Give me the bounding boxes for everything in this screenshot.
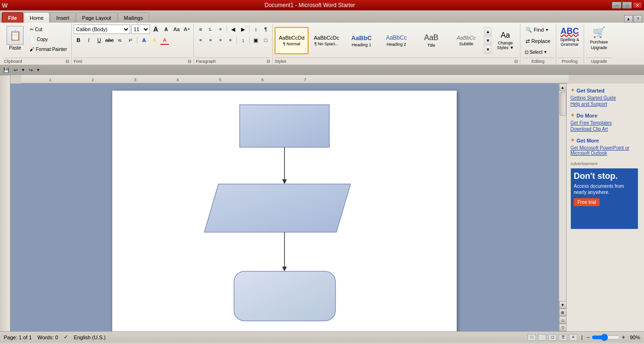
styles-scroll-down[interactable]: ▼: [484, 36, 492, 45]
view-full-screen[interactable]: ⬜: [538, 334, 546, 341]
style-heading1[interactable]: AaBbC Heading 1: [344, 27, 378, 54]
view-web-layout[interactable]: ◻: [548, 334, 557, 341]
scroll-up-button[interactable]: ▲: [559, 84, 567, 91]
help-button[interactable]: ?: [634, 15, 642, 23]
flowchart[interactable]: [122, 100, 447, 331]
multilevel-button[interactable]: ≡: [216, 25, 225, 34]
styles-expand-icon[interactable]: ⊟: [514, 59, 518, 64]
select-button[interactable]: ⊡ Select ▼: [522, 47, 550, 57]
font-color-button[interactable]: A: [160, 35, 169, 45]
paste-button[interactable]: 📋 Paste: [4, 25, 26, 53]
font-grow-button[interactable]: A: [151, 25, 160, 34]
do-more-title[interactable]: ✦ Do More: [570, 112, 640, 118]
spell-check-icon[interactable]: ✓: [64, 334, 68, 340]
styles-more[interactable]: ▼: [484, 45, 492, 54]
decrease-indent-button[interactable]: ◀: [228, 25, 238, 34]
zoom-slider[interactable]: [592, 336, 620, 339]
get-started-title[interactable]: ✦ Get Started: [570, 87, 640, 93]
tab-mailings[interactable]: Mailings: [118, 12, 149, 23]
borders-button[interactable]: □: [261, 35, 270, 45]
shading-button[interactable]: ▣: [251, 35, 260, 45]
getting-started-guide-link[interactable]: Getting Started Guide: [570, 95, 640, 101]
clear-formatting-button[interactable]: A✕: [182, 25, 192, 34]
ad-free-trial-button[interactable]: Free trial: [574, 198, 600, 206]
style-heading2[interactable]: AaBbCc Heading 2: [379, 27, 413, 54]
tab-insert[interactable]: Insert: [50, 12, 75, 23]
highlight-button[interactable]: A: [150, 35, 159, 45]
maximize-button[interactable]: □: [622, 2, 632, 8]
justify-button[interactable]: ≡: [226, 35, 235, 45]
style-subtitle[interactable]: AaBbCc Subtitle: [449, 27, 483, 54]
text-effects-button[interactable]: A: [139, 35, 149, 45]
scroll-thumb[interactable]: [560, 92, 566, 116]
change-styles-button[interactable]: Aa ChangeStyles ▼: [493, 27, 518, 54]
flowchart-rect[interactable]: [240, 105, 329, 147]
scroll-down-button[interactable]: ▼: [559, 301, 567, 309]
increase-indent-button[interactable]: ▶: [238, 25, 248, 34]
undo-button[interactable]: ↩: [11, 66, 20, 74]
tab-page-layout[interactable]: Page Layout: [76, 12, 117, 23]
minimize-button[interactable]: ─: [612, 2, 621, 8]
tab-home[interactable]: Home: [24, 12, 50, 23]
font-family-select[interactable]: Calibri (Body): [74, 25, 130, 34]
view-draft[interactable]: ≡: [569, 334, 577, 341]
line-spacing-button[interactable]: ↕: [238, 35, 248, 45]
numbering-button[interactable]: 1.: [206, 25, 215, 34]
scroll-page-down-button[interactable]: ▽: [559, 324, 567, 331]
clipboard-expand-icon[interactable]: ⊟: [66, 59, 69, 64]
align-center-button[interactable]: ≡: [206, 35, 215, 45]
flowchart-rounded-rect[interactable]: [234, 271, 335, 321]
strikethrough-button[interactable]: abc: [105, 35, 114, 45]
download-clipart-link[interactable]: Download Clip Art: [570, 126, 640, 132]
style-normal[interactable]: AaBbCcDd ¶ Normal: [275, 27, 309, 54]
language-info[interactable]: English (U.S.): [74, 335, 106, 340]
redo-button[interactable]: ↪: [26, 66, 35, 74]
show-para-button[interactable]: ¶: [261, 25, 270, 34]
copy-label: Copy: [37, 37, 48, 42]
bullets-button[interactable]: ≡: [196, 25, 205, 34]
styles-scroll-up[interactable]: ▲: [484, 27, 492, 36]
style-no-spacing[interactable]: AaBbCcDc ¶ No Spaci...: [309, 27, 343, 54]
align-right-button[interactable]: ≡: [216, 35, 225, 45]
zoom-in-button[interactable]: +: [622, 334, 625, 341]
zoom-out-button[interactable]: −: [586, 334, 590, 341]
view-print-layout[interactable]: □: [527, 334, 536, 341]
align-left-button[interactable]: ≡: [196, 35, 205, 45]
font-shrink-button[interactable]: A: [161, 25, 171, 34]
font-size-select[interactable]: 11: [131, 25, 150, 34]
font-expand-icon[interactable]: ⊟: [188, 59, 192, 64]
style-title[interactable]: AaB Title: [414, 27, 448, 54]
superscript-button[interactable]: x²: [125, 35, 135, 45]
document-scroll-area[interactable]: [10, 84, 559, 331]
replace-button[interactable]: ⇄ Replace: [522, 36, 553, 46]
get-more-title[interactable]: ✦ Get More: [570, 137, 640, 143]
purchase-upgrade-button[interactable]: 🛒 Purchase Upgrade: [586, 25, 612, 52]
tab-file[interactable]: File: [2, 12, 23, 23]
paragraph-expand-icon[interactable]: ⊟: [267, 59, 270, 64]
undo-arrow-button[interactable]: ▼: [21, 66, 25, 74]
sort-button[interactable]: ↕: [251, 25, 260, 34]
ribbon-minimize-button[interactable]: ▲: [624, 15, 633, 23]
save-button[interactable]: 💾: [2, 66, 10, 74]
underline-button[interactable]: U: [94, 35, 104, 45]
powerpoint-outlook-link[interactable]: Get Microsoft PowerPoint or Microsoft Ou…: [570, 145, 640, 156]
scroll-size-button[interactable]: ⊞: [559, 309, 567, 316]
format-painter-button[interactable]: 🖌 Format Painter: [27, 44, 69, 54]
copy-button[interactable]: 📄 Copy: [27, 34, 69, 44]
close-button[interactable]: ✕: [633, 2, 642, 8]
scrollbar-vertical[interactable]: ▲ ▼ ⊞ △ ▽: [559, 84, 566, 331]
view-outline[interactable]: ☰: [559, 334, 567, 341]
flowchart-diamond[interactable]: [204, 184, 351, 232]
qa-more-button[interactable]: ▼: [36, 66, 41, 74]
cut-button[interactable]: ✂ Cut: [27, 25, 69, 34]
bold-button[interactable]: B: [74, 35, 83, 45]
change-case-button[interactable]: Aa: [172, 25, 181, 34]
italic-button[interactable]: I: [84, 35, 93, 45]
free-templates-link[interactable]: Get Free Templates: [570, 120, 640, 126]
divider: |: [581, 335, 583, 340]
find-button[interactable]: 🔍 Find ▼: [522, 25, 552, 35]
help-support-link[interactable]: Help and Support: [570, 101, 640, 107]
subscript-button[interactable]: x₂: [115, 35, 125, 45]
scroll-page-up-button[interactable]: △: [559, 316, 567, 324]
spelling-button[interactable]: ABC Spelling & Grammar: [558, 25, 582, 48]
